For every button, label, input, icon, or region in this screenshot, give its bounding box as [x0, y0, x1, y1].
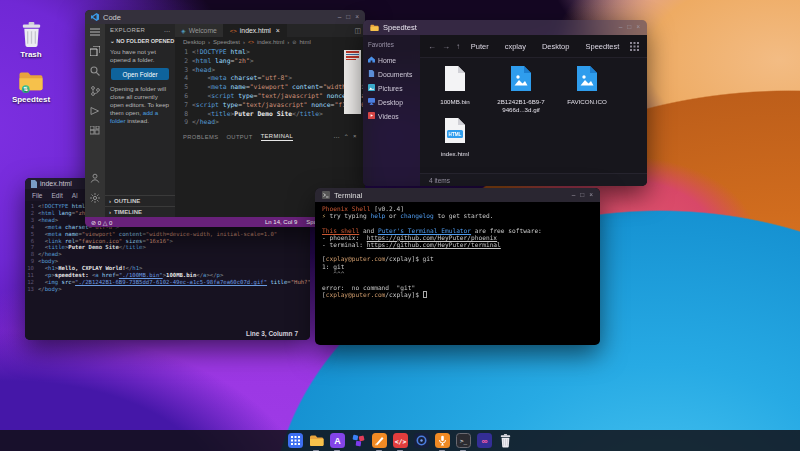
path-item-cxplay[interactable]: cxplay — [505, 42, 526, 51]
minimize-button[interactable]: – — [338, 14, 342, 21]
token: title — [126, 244, 143, 250]
breadcrumb-item[interactable]: html — [299, 39, 310, 45]
files-titlebar[interactable]: Speedtest –□× — [363, 20, 647, 35]
desktop-icon-trash[interactable]: Trash — [8, 22, 54, 59]
back-icon[interactable]: ← — [428, 42, 436, 51]
section-header[interactable]: ⌄ NO FOLDER OPENED — [110, 38, 170, 44]
sidebar-item-pictures[interactable]: Pictures — [368, 81, 415, 95]
image-file-icon — [576, 65, 598, 96]
more-actions-icon[interactable]: ⋯ — [333, 133, 339, 140]
app-launcher-icon[interactable] — [288, 433, 303, 448]
chevron-up-icon[interactable]: ⌃ — [344, 133, 349, 140]
dev-center-icon[interactable]: </> — [393, 433, 408, 448]
paint-app-icon[interactable] — [372, 433, 387, 448]
close-panel-icon[interactable]: × — [353, 133, 357, 140]
timeline-section[interactable]: › TIMELINE — [105, 206, 175, 217]
token: "text/javascript" — [257, 92, 322, 100]
line-number: 9 — [175, 118, 192, 127]
shapes-app-icon[interactable] — [351, 433, 366, 448]
minimap[interactable] — [344, 50, 361, 114]
split-editor-icon[interactable]: ◫ — [354, 27, 361, 35]
file-item[interactable]: HTMLindex.html — [422, 115, 488, 167]
maximize-button[interactable]: □ — [627, 24, 631, 31]
desktop-icon-label: Speedtest — [12, 95, 50, 104]
token: meta — [48, 224, 61, 230]
token: <! — [192, 48, 200, 56]
vscode-code-area[interactable]: 1<!DOCTYPE html>2<html lang="zh">3<head>… — [175, 47, 365, 131]
breadcrumb-item[interactable]: Desktop — [183, 39, 205, 45]
more-actions-icon[interactable]: ⋯ — [164, 27, 170, 34]
html-file-icon: HTML — [444, 117, 466, 148]
search-icon[interactable] — [90, 66, 100, 76]
token: < — [192, 83, 211, 91]
path-item-speedtest[interactable]: Speedtest — [585, 42, 619, 51]
breadcrumb-item[interactable]: Speedtest — [213, 39, 240, 45]
terminal-body[interactable]: Phoenix Shell [v0.2.4]⚡ try typing help … — [315, 202, 600, 302]
sidebar-item-documents[interactable]: Documents — [368, 67, 415, 81]
terminal-titlebar[interactable]: Terminal –□× — [315, 188, 600, 202]
maximize-button[interactable]: □ — [346, 14, 350, 21]
path-item-puter[interactable]: Puter — [471, 42, 489, 51]
grid-view-icon[interactable] — [630, 42, 639, 51]
files-app-icon[interactable] — [309, 433, 324, 448]
tab-welcome[interactable]: ◈Welcome — [175, 24, 224, 37]
token: <! — [38, 203, 45, 209]
minimize-button[interactable]: – — [572, 192, 576, 199]
menu-file[interactable]: File — [32, 192, 42, 199]
file-item[interactable]: 100MB.bin — [422, 63, 488, 115]
status-item[interactable]: Ln 14, Col 9 — [265, 219, 297, 225]
token: lang — [55, 210, 72, 216]
menu-edit[interactable]: Edit — [51, 192, 62, 199]
panel-tab-problems[interactable]: PROBLEMS — [183, 134, 218, 140]
breadcrumb-separator: › — [243, 39, 245, 45]
problems-status[interactable]: ⊘ 0 △ 0 — [91, 219, 112, 226]
open-folder-button[interactable]: Open Folder — [111, 68, 169, 80]
source-control-icon[interactable] — [90, 86, 100, 96]
recorder-app-icon[interactable] — [435, 433, 450, 448]
trash-dock-icon[interactable] — [498, 433, 513, 448]
panel-tab-terminal[interactable]: TERMINAL — [261, 133, 294, 141]
close-tab-icon[interactable]: × — [276, 27, 280, 34]
minimize-button[interactable]: – — [619, 24, 623, 31]
desktop-icon-speedtest[interactable]: ⇅ Speedtest — [8, 70, 54, 104]
menu-icon[interactable] — [90, 28, 100, 36]
close-button[interactable]: × — [636, 24, 640, 31]
line-number: 1 — [25, 203, 38, 210]
up-icon[interactable]: ↑ — [456, 42, 460, 51]
maximize-button[interactable]: □ — [580, 192, 584, 199]
files-grid[interactable]: 100MB.bin2B1242B1-6B9-79466d...3d.gifFAV… — [420, 58, 647, 173]
token: content — [116, 231, 143, 237]
forward-icon[interactable]: → — [442, 42, 450, 51]
file-item[interactable]: 2B1242B1-6B9-79466d...3d.gif — [488, 63, 554, 115]
run-debug-icon[interactable] — [90, 106, 100, 116]
vscode-titlebar[interactable]: Code –□× — [85, 10, 365, 24]
token: "zh" — [234, 57, 249, 65]
line-number: 5 — [25, 231, 38, 238]
breadcrumb[interactable]: Desktop›Speedtest›<>index.html›⊘html — [175, 37, 365, 47]
close-button[interactable]: × — [589, 192, 593, 199]
menu-ai[interactable]: AI — [72, 192, 78, 199]
app-center-icon[interactable]: A — [330, 433, 345, 448]
accounts-icon[interactable] — [90, 173, 100, 183]
infinity-app-icon[interactable]: ∞ — [477, 433, 492, 448]
token: "./2B1242B1-6B9-73B5dd7-6102-49ec-a1c5-9… — [75, 279, 267, 285]
line-number: 6 — [25, 238, 38, 245]
camera-app-icon[interactable] — [414, 433, 429, 448]
outline-section[interactable]: › OUTLINE — [105, 195, 175, 206]
close-button[interactable]: × — [355, 14, 359, 21]
sidebar-item-videos[interactable]: Videos — [368, 109, 415, 123]
breadcrumb-item[interactable]: index.html — [257, 39, 284, 45]
path-item-desktop[interactable]: Desktop — [542, 42, 570, 51]
sidebar-item-home[interactable]: Home — [368, 53, 415, 67]
token: < — [38, 272, 48, 278]
terminal-app-icon[interactable]: >_ — [456, 433, 471, 448]
explorer-icon[interactable] — [90, 46, 100, 56]
extensions-icon[interactable] — [90, 126, 100, 136]
file-item[interactable]: FAVICON.ICO — [554, 63, 620, 115]
path-breadcrumb[interactable]: PutercxplayDesktopSpeedtest — [466, 42, 624, 51]
terminal-line: [cxplay@puter.com/cxplay]$ git — [322, 255, 593, 262]
panel-tab-output[interactable]: OUTPUT — [226, 134, 252, 140]
tab-index-html[interactable]: <>index.html× — [224, 24, 287, 37]
settings-gear-icon[interactable] — [90, 193, 100, 203]
sidebar-item-desktop[interactable]: Desktop — [368, 95, 415, 109]
